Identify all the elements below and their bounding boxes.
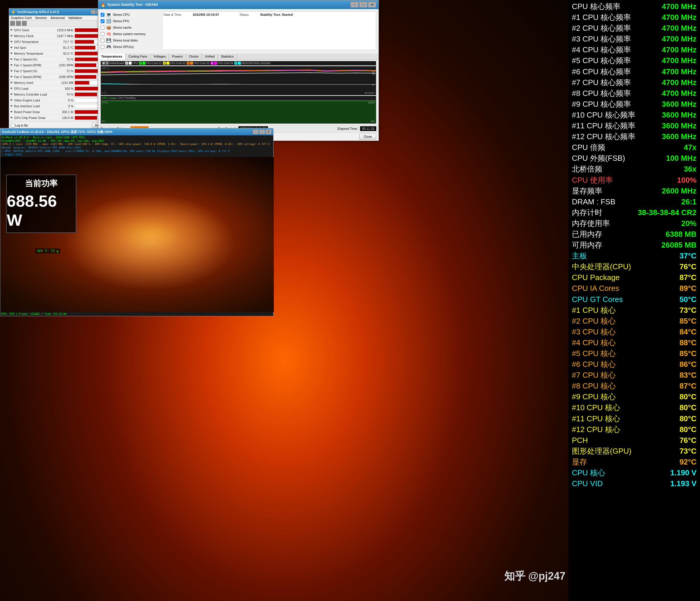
aida64-stress-gpu[interactable]: 🎮 Stress GPU(s) bbox=[101, 44, 159, 50]
gpuz-sensor-row: GPU Temperature73.7 °C bbox=[10, 39, 107, 45]
sidebar-row-label: 图形处理器(GPU) bbox=[572, 446, 631, 456]
sidebar-row: #4 CPU 核心频率4700 MHz bbox=[571, 45, 698, 55]
gpuz-arrow-icon bbox=[10, 58, 12, 60]
legend-item-checkbox[interactable] bbox=[186, 62, 190, 64]
gpuz-toolbar-icon1[interactable] bbox=[10, 21, 15, 26]
aida64-stress-gpu-checkbox[interactable] bbox=[101, 45, 104, 49]
sidebar-row-value: 76°C bbox=[679, 435, 697, 445]
legend-item-checkbox[interactable] bbox=[139, 62, 142, 64]
gpuz-sensor-label: Memory Clock bbox=[10, 34, 51, 38]
sidebar-row-value: 2600 MHz bbox=[662, 186, 697, 196]
aida64-tab-temperatures[interactable]: Temperatures bbox=[98, 53, 125, 60]
aida64-close-button[interactable]: Close bbox=[359, 134, 376, 139]
legend-item-checkbox[interactable] bbox=[163, 62, 166, 64]
furmark-titlebar-buttons[interactable]: ─ □ ✕ bbox=[252, 130, 272, 134]
gpuz-sensor-bar bbox=[75, 40, 94, 44]
gpuz-sensor-label: Memory Controller Load bbox=[10, 93, 51, 96]
gpuz-arrow-icon bbox=[10, 41, 12, 43]
legend-item-checkbox[interactable] bbox=[234, 62, 237, 64]
gpuz-menu-graphics-card[interactable]: Graphics Card bbox=[11, 16, 32, 20]
aida64-stress-cpu-checkbox[interactable] bbox=[101, 13, 104, 17]
gpuz-menu-advanced[interactable]: Advanced bbox=[50, 16, 65, 20]
gpuz-sensor-row: Fan 1 Speed (RPM)2291 RPM bbox=[10, 62, 107, 68]
gpuz-arrow-icon bbox=[10, 53, 12, 54]
sidebar-row-label: 主板 bbox=[572, 251, 587, 261]
aida64-stress-cpu[interactable]: 💻 Stress CPU bbox=[101, 11, 159, 18]
furmark-titlebar[interactable]: Geeks3D FurMark v1.30.0.0 - 155x#64, GPU… bbox=[0, 128, 273, 135]
gpuz-window: ⚡ TechPowerUp GPU-Z 2.47.0 ─ □ ✕ Graphic… bbox=[9, 8, 108, 136]
furmark-minimize-btn[interactable]: ─ bbox=[253, 130, 258, 134]
aida64-tab-statistics[interactable]: Statistics bbox=[218, 53, 237, 60]
sidebar-row-label: #9 CPU 核心频率 bbox=[572, 99, 631, 109]
legend-item-label: Motherboard bbox=[109, 62, 124, 64]
aida64-tab-clocks[interactable]: Clocks bbox=[186, 53, 202, 60]
sidebar-row: 主板37°C bbox=[571, 251, 698, 261]
aida64-stress-gpu-label: Stress GPU(s) bbox=[113, 45, 134, 49]
sidebar-row-value: 6388 MB bbox=[666, 229, 697, 239]
sidebar-row-value: 4700 MHz bbox=[662, 45, 697, 55]
furmark-close-btn[interactable]: ✕ bbox=[266, 130, 272, 134]
furmark-log-line: [GPU-Z | core: 1155 MHz - mem: 1187 MHz … bbox=[1, 142, 272, 146]
aida64-tabs[interactable]: TemperaturesCooling FansVoltagesPowersCl… bbox=[98, 53, 378, 60]
gpuz-sensor-value: 130.0 W bbox=[51, 116, 75, 120]
sidebar-row-label: CPU VID bbox=[572, 478, 603, 489]
gpuz-sensor-row: Fan 2 Speed (%)72 % bbox=[10, 68, 107, 74]
gpuz-sensor-bar bbox=[75, 28, 99, 32]
gpuz-toolbar-icon2[interactable] bbox=[16, 21, 21, 26]
aida64-tab-powers[interactable]: Powers bbox=[169, 53, 186, 60]
aida64-stress-fpu-checkbox[interactable] bbox=[101, 19, 104, 23]
gpuz-sensor-label: Fan 2 Speed (%) bbox=[10, 69, 51, 73]
sidebar-row-label: CPU 使用率 bbox=[572, 175, 613, 185]
aida64-stress-memory[interactable]: 🧠 Stress system memory bbox=[101, 31, 159, 37]
gpuz-log-checkbox-input[interactable] bbox=[11, 124, 15, 127]
sidebar-row-value: 4700 MHz bbox=[662, 55, 697, 66]
furmark-power-box: 当前功率 688.56 W bbox=[6, 175, 76, 233]
aida64-stress-memory-checkbox[interactable] bbox=[101, 32, 104, 36]
gpuz-menu-sensors[interactable]: Sensors bbox=[35, 16, 47, 20]
aida64-titlebar-buttons[interactable]: ─ □ ✕ bbox=[350, 2, 376, 8]
gpuz-sensor-value: 72 % bbox=[51, 58, 75, 61]
gpuz-toolbar-icon3[interactable] bbox=[22, 21, 27, 26]
aida64-tab-cooling-fans[interactable]: Cooling Fans bbox=[125, 53, 151, 60]
legend-item-checkbox[interactable] bbox=[125, 62, 128, 64]
gpuz-minimize-btn[interactable]: ─ bbox=[91, 10, 96, 14]
sidebar-row: 内存使用率20% bbox=[571, 218, 698, 229]
gpuz-menubar[interactable]: Graphics Card Sensors Advanced Validatio… bbox=[9, 16, 108, 21]
sidebar-row-value: 80°C bbox=[679, 392, 697, 402]
aida64-status-value: Stability Test: Started bbox=[260, 13, 293, 16]
gpuz-sensor-bar bbox=[75, 34, 100, 38]
gpuz-menu-validation[interactable]: Validation bbox=[68, 16, 82, 20]
aida64-stress-cache[interactable]: 📦 Stress cache bbox=[101, 24, 159, 31]
sidebar-row-label: CPU GT Cores bbox=[572, 294, 623, 305]
sidebar-row: CPU 核心频率4700 MHz bbox=[571, 1, 698, 12]
gpuz-titlebar[interactable]: ⚡ TechPowerUp GPU-Z 2.47.0 ─ □ ✕ bbox=[9, 8, 108, 16]
aida64-close-btn[interactable]: ✕ bbox=[368, 2, 376, 8]
gpuz-sensor-value: 100 % bbox=[51, 87, 75, 90]
gpuz-sensor-value: 0 % bbox=[51, 99, 75, 102]
aida64-maximize-btn[interactable]: □ bbox=[359, 2, 368, 8]
aida64-tab-voltages[interactable]: Voltages bbox=[151, 53, 169, 60]
sidebar-row-label: #7 CPU 核心频率 bbox=[572, 77, 631, 88]
sidebar-row: #1 CPU 核心73°C bbox=[571, 305, 698, 316]
legend-item-checkbox[interactable] bbox=[102, 62, 105, 64]
aida64-stress-fpu[interactable]: 🔢 Stress FPU bbox=[101, 18, 159, 24]
sidebar-row-label: CPU 外频(FSB) bbox=[572, 153, 625, 163]
legend-item-label: CPU Core #2 bbox=[170, 62, 186, 64]
legend-item-checkbox[interactable] bbox=[210, 62, 214, 64]
aida64-stress-disks[interactable]: 💾 Stress local disks bbox=[101, 37, 159, 44]
gpuz-log-checkbox[interactable]: Log to file bbox=[11, 124, 28, 127]
sidebar-row: CPU 倍频47x bbox=[571, 142, 698, 153]
aida64-stress-cache-checkbox[interactable] bbox=[101, 26, 104, 29]
aida64-stress-disks-checkbox[interactable] bbox=[101, 38, 104, 43]
gpuz-sensor-bar bbox=[75, 93, 97, 96]
legend-item-label: CPU bbox=[132, 62, 138, 64]
aida64-tab-unified[interactable]: Unified bbox=[202, 53, 218, 60]
furmark-maximize-btn[interactable]: □ bbox=[259, 130, 265, 134]
gpuz-arrow-icon bbox=[10, 111, 12, 113]
sidebar-row: CPU IA Cores89°C bbox=[571, 283, 698, 294]
aida64-titlebar[interactable]: 🔥 System Stability Test - AIDA64 ─ □ ✕ bbox=[98, 0, 378, 9]
sidebar-row-label: CPU 倍频 bbox=[572, 142, 605, 153]
legend-item-label: CPU Core #4 bbox=[218, 62, 233, 64]
aida64-minimize-btn[interactable]: ─ bbox=[350, 2, 359, 8]
sidebar-row: #10 CPU 核心频率3600 MHz bbox=[571, 110, 698, 121]
